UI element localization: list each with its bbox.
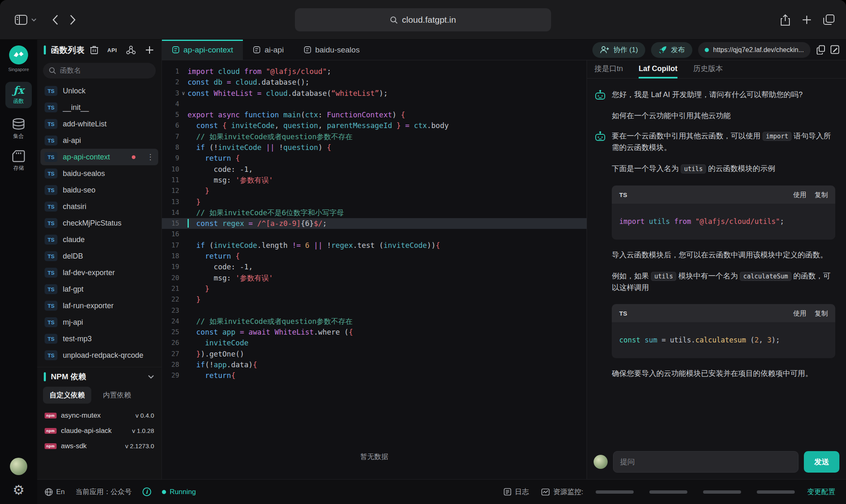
function-list-item[interactable]: TSmj-api: [40, 314, 158, 330]
code-line[interactable]: 25 const app = await WhiteList.where ({: [162, 327, 587, 338]
function-search-input[interactable]: [60, 67, 150, 75]
app-url-pill[interactable]: https://qjq7e2.laf.dev/checkin...: [698, 42, 810, 58]
dependency-item[interactable]: npmaws-sdkv 2.1273.0: [37, 438, 162, 454]
code-line[interactable]: 16: [162, 229, 587, 240]
kebab-menu-icon[interactable]: ⋮: [147, 152, 154, 162]
code-line[interactable]: 28 if(!app.data){: [162, 359, 587, 370]
code-block-content: const sum = utils.calculatesum (2, 3);: [612, 322, 835, 358]
chevron-down-icon[interactable]: [148, 375, 154, 379]
share-icon[interactable]: [780, 14, 790, 26]
copy-url-icon[interactable]: [816, 45, 825, 55]
function-list-item[interactable]: TSchatsiri: [40, 198, 158, 215]
logs-button[interactable]: 日志: [504, 487, 529, 497]
code-line[interactable]: 6 const { inviteCode, question, parentMe…: [162, 120, 587, 131]
edit-url-icon[interactable]: [830, 45, 839, 55]
function-list-item[interactable]: TSlaf-gpt: [40, 281, 158, 297]
change-config-link[interactable]: 变更配置: [807, 487, 835, 497]
code-line[interactable]: 10 code: -1,: [162, 164, 587, 175]
tab-custom-deps[interactable]: 自定义依赖: [43, 387, 91, 404]
settings-gear-icon[interactable]: ⚙: [13, 483, 25, 497]
rail-item-functions[interactable]: ƒx 函数: [5, 82, 32, 108]
code-line[interactable]: 11 msg: '参数有误': [162, 175, 587, 185]
function-list-item[interactable]: TSUnlock: [40, 83, 158, 99]
collaborate-button[interactable]: 协作 (1): [592, 42, 646, 58]
code-line[interactable]: 1import cloud from "@lafjs/cloud";: [162, 66, 587, 77]
function-list-item[interactable]: TSap-api-context⋮: [40, 149, 158, 165]
function-list-item[interactable]: TSadd-whiteList: [40, 116, 158, 132]
rail-item-storage[interactable]: 存储: [12, 150, 25, 172]
editor-tab-ap-api-context[interactable]: ap-api-context: [162, 40, 243, 60]
use-code-button[interactable]: 使用: [793, 308, 806, 319]
tab-laf-copilot[interactable]: Laf Copilot: [639, 60, 677, 78]
user-avatar[interactable]: [10, 458, 27, 475]
sidebar-toggle-icon[interactable]: [15, 15, 27, 25]
code-line[interactable]: 14 // 如果inviteCode不是6位数字和小写字母: [162, 207, 587, 218]
code-line[interactable]: 23: [162, 305, 587, 316]
code-line[interactable]: 22 }: [162, 294, 587, 305]
info-icon[interactable]: i: [143, 487, 151, 496]
function-list-item[interactable]: TSai-api: [40, 132, 158, 149]
forward-icon[interactable]: [69, 14, 76, 25]
api-docs-icon[interactable]: API: [107, 47, 117, 53]
code-editor[interactable]: 1import cloud from "@lafjs/cloud";2const…: [162, 60, 587, 479]
tab-history-versions[interactable]: 历史版本: [693, 60, 723, 78]
copy-code-button[interactable]: 复制: [815, 189, 828, 200]
code-line[interactable]: 17 if (inviteCode.length != 6 || !regex.…: [162, 240, 587, 251]
webhook-icon[interactable]: [126, 45, 136, 55]
function-list-item[interactable]: TScheckMjPicStatus: [40, 215, 158, 231]
copilot-question-input[interactable]: [613, 451, 798, 473]
copy-code-button[interactable]: 复制: [815, 308, 828, 319]
dependency-item[interactable]: npmclaude-api-slackv 1.0.28: [37, 423, 162, 438]
function-list-item[interactable]: TSunpload-redpack-qrcode: [40, 347, 158, 364]
chevron-down-icon[interactable]: [31, 18, 36, 21]
code-line[interactable]: 4: [162, 99, 587, 109]
function-search[interactable]: [43, 63, 156, 78]
code-line[interactable]: 7 // 如果inviteCode或者question参数不存在: [162, 131, 587, 142]
function-list-item[interactable]: TSbaidu-sealos: [40, 165, 158, 182]
new-tab-icon[interactable]: [802, 15, 812, 25]
code-line[interactable]: 19 code: -1,: [162, 262, 587, 272]
use-code-button[interactable]: 使用: [793, 189, 806, 200]
function-name: Unlock: [63, 87, 86, 95]
tab-interface-debug[interactable]: 接是口tn: [594, 60, 623, 78]
code-line[interactable]: 27 }).getOne(): [162, 349, 587, 359]
code-line[interactable]: 8 if (!inviteCode || !question) {: [162, 142, 587, 153]
laf-logo[interactable]: Singapore: [8, 45, 29, 72]
code-line[interactable]: 12 }: [162, 185, 587, 196]
publish-button[interactable]: 发布: [651, 42, 692, 58]
function-list-item[interactable]: TSlaf-dev-exporter: [40, 264, 158, 281]
language-label: En: [56, 488, 65, 496]
dependency-item[interactable]: npmasync-mutexv 0.4.0: [37, 408, 162, 423]
tab-builtin-deps[interactable]: 内置依赖: [96, 387, 138, 404]
back-icon[interactable]: [52, 14, 59, 25]
code-line[interactable]: 5export async function main(ctx: Functio…: [162, 109, 587, 120]
code-line[interactable]: 26 inviteCode: [162, 338, 587, 348]
rail-item-collections[interactable]: 集合: [12, 118, 26, 140]
code-line[interactable]: 21 }: [162, 283, 587, 294]
code-line[interactable]: 24 // 如果inviteCode或者question参数不存在: [162, 316, 587, 327]
code-line[interactable]: 20 msg: '参数有误': [162, 273, 587, 283]
code-line[interactable]: 29 return{: [162, 370, 587, 381]
add-function-icon[interactable]: [145, 45, 154, 55]
function-list-item[interactable]: TStest-mp3: [40, 330, 158, 347]
function-list-item[interactable]: TSdelDB: [40, 248, 158, 264]
function-list-item[interactable]: TSlaf-run-exporter: [40, 297, 158, 314]
npm-section-header[interactable]: NPM 依赖: [37, 367, 162, 386]
code-line[interactable]: 9 return {: [162, 153, 587, 164]
function-list-item[interactable]: TSclaude: [40, 231, 158, 248]
recycle-bin-icon[interactable]: [90, 45, 98, 55]
send-button[interactable]: 发送: [804, 451, 839, 473]
language-switch[interactable]: En: [45, 488, 65, 496]
tabs-overview-icon[interactable]: [823, 14, 834, 25]
code-line[interactable]: 2const db = cloud.database();: [162, 77, 587, 88]
editor-tab-baidu-sealos[interactable]: baidu-sealos: [294, 40, 370, 60]
editor-tab-ai-api[interactable]: ai-api: [243, 40, 293, 60]
code-line[interactable]: 15 const regex = /^[a-z0-9]{6}$/;: [162, 218, 587, 229]
function-list-item[interactable]: TSbaidu-seo: [40, 182, 158, 198]
code-line[interactable]: 13 }: [162, 197, 587, 207]
resource-monitor[interactable]: 资源监控:: [541, 487, 583, 497]
function-list-item[interactable]: TS__init__: [40, 99, 158, 116]
code-line[interactable]: 18 return {: [162, 251, 587, 262]
code-line[interactable]: 3∨const WhiteList = cloud.database(“whit…: [162, 88, 587, 99]
address-bar[interactable]: cloud.fatgpt.in: [295, 8, 551, 31]
